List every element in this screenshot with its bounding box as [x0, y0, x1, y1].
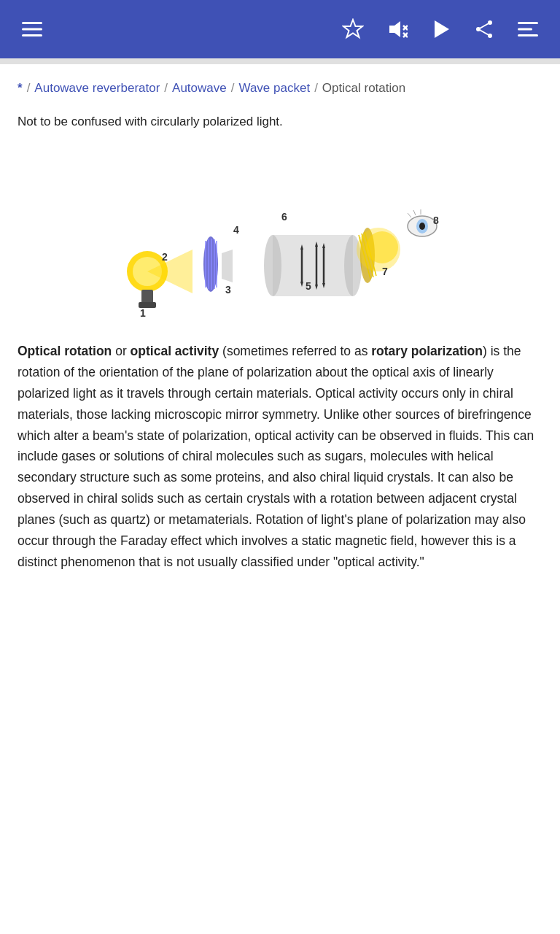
svg-point-52	[366, 231, 398, 263]
svg-marker-31	[222, 250, 233, 282]
toolbar	[0, 0, 560, 58]
svg-marker-3	[343, 20, 362, 37]
svg-marker-4	[389, 21, 400, 37]
svg-rect-16	[518, 28, 532, 31]
svg-text:2: 2	[162, 251, 168, 263]
svg-rect-17	[518, 34, 538, 36]
play-icon[interactable]	[426, 15, 455, 44]
term-optical-activity: optical activity	[131, 344, 219, 358]
svg-line-14	[478, 29, 490, 36]
breadcrumb-sep-3: /	[231, 79, 235, 98]
svg-rect-0	[22, 22, 42, 24]
svg-rect-1	[22, 28, 42, 31]
menu-icon[interactable]	[18, 15, 47, 44]
optical-rotation-diagram: 1 2	[98, 144, 462, 326]
article-body-text: ) is the rotation of the orientation of …	[18, 344, 534, 569]
separator	[0, 58, 560, 64]
svg-text:6: 6	[281, 211, 287, 223]
svg-text:8: 8	[433, 215, 439, 226]
svg-rect-15	[518, 22, 538, 24]
mute-icon[interactable]	[382, 15, 411, 44]
breadcrumb-sep-1: /	[27, 79, 31, 98]
svg-point-56	[419, 223, 425, 230]
svg-text:5: 5	[306, 280, 311, 292]
svg-rect-2	[22, 34, 42, 36]
svg-marker-9	[435, 20, 449, 38]
breadcrumb-current: Optical rotation	[322, 79, 405, 98]
article-body: Optical rotation or optical activity (so…	[18, 341, 542, 573]
breadcrumb: * / Autowave reverberator / Autowave / W…	[18, 79, 542, 98]
breadcrumb-sep-2: /	[164, 79, 168, 98]
svg-line-58	[413, 210, 416, 215]
svg-line-13	[478, 23, 490, 29]
svg-text:3: 3	[225, 284, 231, 296]
connector-2: (sometimes referred to as	[219, 344, 371, 358]
connector-1: or	[112, 344, 130, 358]
disclaimer-text: Not to be confused with circularly polar…	[18, 112, 542, 131]
term-rotary-polarization: rotary polarization	[371, 344, 483, 358]
overflow-menu-icon[interactable]	[513, 15, 542, 44]
breadcrumb-link-3[interactable]: Wave packet	[238, 79, 310, 98]
svg-text:1: 1	[140, 307, 146, 319]
breadcrumb-star[interactable]: *	[18, 79, 23, 98]
content-area: * / Autowave reverberator / Autowave / W…	[0, 64, 560, 590]
svg-line-57	[408, 213, 411, 217]
term-optical-rotation: Optical rotation	[18, 344, 112, 358]
share-icon[interactable]	[470, 15, 499, 44]
svg-text:4: 4	[233, 224, 239, 236]
svg-rect-33	[273, 235, 353, 296]
breadcrumb-link-1[interactable]: Autowave reverberator	[34, 79, 160, 98]
star-icon[interactable]	[338, 15, 368, 44]
diagram-container: 1 2	[18, 144, 542, 326]
breadcrumb-link-2[interactable]: Autowave	[172, 79, 227, 98]
toolbar-right-icons	[338, 15, 542, 44]
svg-text:7: 7	[382, 266, 388, 277]
breadcrumb-sep-4: /	[314, 79, 318, 98]
